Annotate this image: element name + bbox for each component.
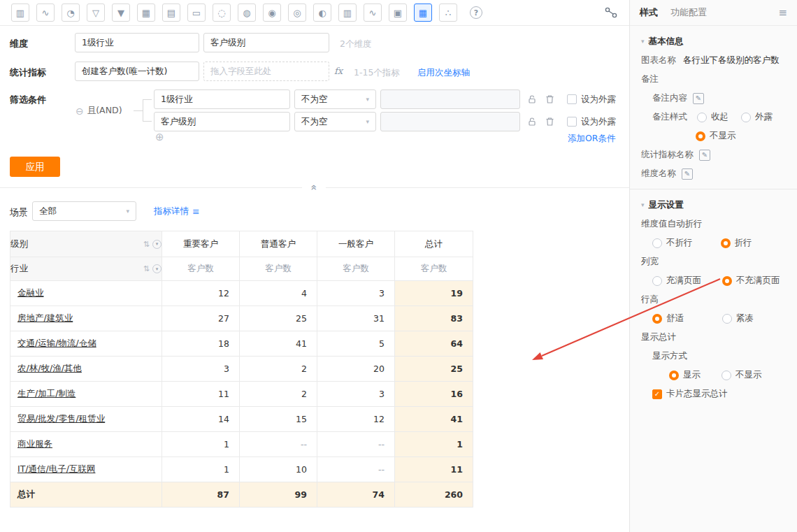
bar-chart-icon[interactable]: ▥ [11,3,29,22]
row-label-link[interactable]: 金融业 [17,287,44,298]
radio-note-collapse[interactable]: 收起 [697,111,728,123]
edit-icon[interactable]: ✎ [699,150,710,161]
section-display-settings[interactable]: ▾ 显示设置 [641,195,786,215]
secondary-axis-link[interactable]: 启用次坐标轴 [417,67,470,79]
sort-icon[interactable]: ⇅ [143,240,150,249]
radio-not-show[interactable]: 不显示 [721,369,762,381]
add-condition-icon[interactable]: ⊕ [155,131,164,143]
radio-wrap[interactable]: 折行 [721,237,752,249]
tab-function-config[interactable]: 功能配置 [670,6,707,19]
expose-checkbox[interactable] [567,94,577,104]
funnel-chart-icon[interactable]: ▽ [87,3,105,22]
mini-line-chart-icon[interactable]: ∿ [364,3,382,22]
add-or-condition-link[interactable]: 添加OR条件 [568,133,616,145]
target-chart-icon[interactable]: ◎ [288,3,306,22]
cell-value: 3 [224,364,229,374]
collapse-panel-button[interactable]: « [302,180,326,194]
edit-icon[interactable]: ✎ [693,93,704,104]
row-label-link[interactable]: 贸易/批发/零售/租赁业 [17,413,105,424]
help-icon[interactable]: ? [470,6,482,19]
and-group[interactable]: ⊖ 且(AND) [76,105,122,117]
radio-show[interactable]: 显示 [669,369,701,381]
minus-circle-icon[interactable]: ⊖ [76,106,84,117]
histogram-icon[interactable]: ▤ [162,3,180,22]
total-value-cell: 11 [395,457,473,482]
radio-fill-page[interactable]: 充满页面 [652,275,701,287]
value-cell: 3 [317,382,395,407]
edit-icon[interactable]: ✎ [682,168,693,180]
sort-icon[interactable]: ⇅ [143,264,150,273]
apply-button[interactable]: 应用 [10,157,60,177]
metric-field[interactable]: 创建客户数(唯一计数) [75,62,199,81]
expose-checkbox-group[interactable]: 设为外露 [567,94,616,106]
row-label-link[interactable]: 房地产/建筑业 [17,312,73,323]
radio-not-fill-page[interactable]: 不充满页面 [722,275,780,287]
filter-dropdown-icon[interactable]: ▾ [152,240,161,249]
relation-icon[interactable] [604,6,618,19]
expose-checkbox-group[interactable]: 设为外露 [567,116,616,128]
card-icon[interactable]: ▭ [187,3,206,22]
table-icon[interactable]: ▦ [137,3,155,22]
dimension-field-1[interactable]: 1级行业 [75,33,199,52]
filter-operator-select[interactable]: 不为空 ▾ [294,112,376,131]
filter-field-text: 客户级别 [161,116,196,128]
funnel-filter-icon[interactable]: ▼ [112,3,130,22]
scene-select[interactable]: 全部 ▾ [32,201,136,221]
radio-icon-selected [696,131,705,141]
filter-field-input[interactable]: 客户级别 [154,112,290,131]
cell-value: 41 [451,414,463,424]
mini-bar-chart-icon[interactable]: ▥ [338,3,357,22]
cell-value: 3 [379,288,385,299]
table-body: 金融业 12 4 3 19 房地产/建筑业 27 25 31 83 交通/运输/… [10,281,473,508]
metric-dropzone-placeholder: 拖入字段至此处 [210,66,272,78]
row-label-link[interactable]: IT/通信/电子/互联网 [17,463,95,474]
filter-operator-select[interactable]: 不为空 ▾ [294,89,376,109]
metric-dropzone[interactable]: 拖入字段至此处 [203,62,329,81]
tree-stub [134,110,143,111]
filter-field-input[interactable]: 1级行业 [154,89,290,109]
chart-name-label: 图表名称 [641,55,676,66]
indicator-details-link[interactable]: 指标详情 ≡ [154,206,199,217]
trash-icon[interactable] [545,94,554,104]
panel-collapse-icon[interactable]: ≡ [778,6,787,19]
radio-icon [652,276,662,286]
rose-chart-icon[interactable]: ◉ [263,3,281,22]
table-row: IT/通信/电子/互联网 1 10 -- 11 [10,457,473,482]
metric-header: 客户数 [162,257,240,281]
radio-label: 显示 [683,369,701,381]
lock-icon[interactable] [527,94,537,104]
fx-icon[interactable]: fx [334,66,343,76]
cell-value: 2 [301,389,307,399]
line-chart-icon[interactable]: ∿ [36,3,55,22]
dimension-field-2[interactable]: 客户级别 [203,33,329,52]
metrics-label: 统计指标 [10,66,46,79]
relation-icon-svg [604,6,618,19]
summary-table-icon[interactable]: ▣ [389,3,407,22]
row-label-link[interactable]: 农/林/牧/渔/其他 [17,363,82,373]
value-cell: 20 [317,357,395,382]
scatter-chart-icon[interactable]: ∴ [439,3,457,22]
trash-icon[interactable] [545,117,554,127]
gauge-chart-icon[interactable]: ◐ [313,3,331,22]
pie-chart-icon[interactable]: ◔ [62,3,80,22]
expose-checkbox[interactable] [567,117,577,127]
radio-note-expose[interactable]: 外露 [741,111,773,123]
row-label-link[interactable]: 生产/加工/制造 [17,388,76,398]
radio-compact[interactable]: 紧凑 [722,312,754,324]
radar-chart-icon[interactable]: ◍ [238,3,256,22]
row-label-link[interactable]: 交通/运输/物流/仓储 [17,338,96,348]
filter-dropdown-icon[interactable]: ▾ [152,264,161,273]
row-label-link[interactable]: 商业服务 [17,438,52,449]
section-basic-info[interactable]: ▾ 基本信息 [641,31,786,51]
radio-note-hide[interactable]: 不显示 [696,130,736,142]
radio-no-wrap[interactable]: 不折行 [652,237,693,249]
card-total-label: 卡片态显示总计 [666,388,728,400]
cell-value: 18 [218,338,229,349]
ring-chart-icon[interactable]: ◌ [213,3,231,22]
card-total-checkbox[interactable]: ✓ [652,389,662,399]
tab-style[interactable]: 样式 [640,6,658,19]
value-cell: 4 [240,281,317,306]
lock-icon[interactable] [527,117,537,127]
pivot-table-icon[interactable]: ▦ [414,3,432,22]
radio-comfortable[interactable]: 舒适 [652,312,684,324]
